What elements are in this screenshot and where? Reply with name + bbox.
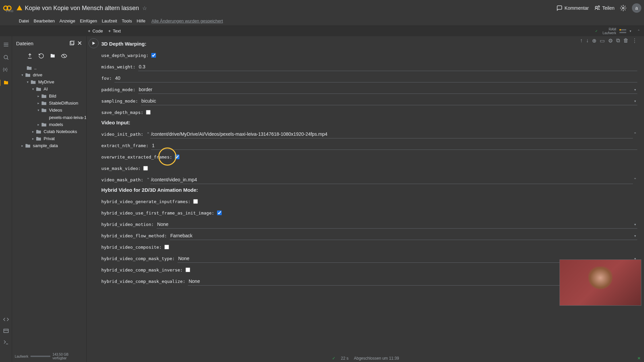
webcam-overlay [559,259,641,306]
move-up-icon[interactable]: ↑ [580,38,583,44]
mount-drive-icon[interactable] [50,53,56,59]
app-header: Kopie von Kopie von Mensch altern lassen… [0,0,644,16]
input-fov[interactable] [114,74,637,82]
delete-cell-icon[interactable]: 🗑 [623,38,629,44]
hide-icon[interactable] [61,53,67,59]
refresh-icon[interactable] [38,53,44,59]
input-midas-weight[interactable] [138,63,637,71]
avatar[interactable]: a [632,3,641,13]
tree-item[interactable]: ▸Privat [12,135,86,142]
upload-icon[interactable] [27,53,33,59]
command-palette-icon[interactable] [3,328,9,334]
select-hybrid-motion[interactable]: None [157,220,637,229]
move-down-icon[interactable]: ↓ [586,38,589,44]
comment-button[interactable]: Kommentar [556,5,589,11]
tree-item[interactable]: ▾AI [12,85,86,93]
svg-rect-14 [4,329,8,333]
menu-bearbeiten[interactable]: Bearbeiten [34,18,55,23]
comment-cell-icon[interactable]: ▭ [600,38,605,44]
run-cell-button[interactable] [89,38,99,48]
menu-tools[interactable]: Tools [122,18,132,23]
svg-point-5 [623,7,624,9]
tree-item[interactable]: ▾MyDrive [12,78,86,85]
share-button[interactable]: Teilen [594,5,614,11]
svg-point-3 [595,6,597,8]
label-extract-nth-frame: extract_nth_frame: [101,143,151,148]
checkbox-save-depth-maps[interactable] [146,110,151,115]
checkbox-use-mask-video[interactable] [143,166,148,171]
menu-hilfe[interactable]: Hilfe [137,18,145,23]
add-code-button[interactable]: + Code [88,28,103,34]
mirror-cell-icon[interactable]: ⧉ [616,38,620,44]
file-tree: .. ▾drive ▾MyDrive ▾AI ▸Bild ▸StableDiff… [12,63,86,351]
tree-item[interactable]: ▸models [12,121,86,128]
tree-item[interactable]: ▾drive [12,71,86,78]
select-hybrid-flow[interactable]: Farneback [170,232,637,240]
disk-usage: Laufwerk 143.50 GB verfügbar [12,351,86,362]
document-title[interactable]: Kopie von Kopie von Mensch altern lassen [25,5,139,12]
ram-indicator[interactable]: RAM Laufwerk [602,27,616,35]
status-check-icon: ✓ [332,356,335,361]
left-rail: {x} [0,36,12,362]
files-sidebar: Dateien ✕ .. ▾drive ▾MyDrive ▾AI ▸Bild ▸… [12,36,87,362]
collapse-icon[interactable]: ⌃ [637,29,640,33]
checkbox-hybrid-mask-inverse[interactable] [185,267,190,272]
menu-einfuegen[interactable]: Einfügen [80,18,97,23]
tree-item[interactable]: ▸Bild [12,93,86,100]
tree-item[interactable]: ▸Colab Notebooks [12,128,86,135]
checkbox-overwrite-extracted-frames[interactable] [175,155,179,159]
tree-item[interactable]: ▸StableDiffusion [12,100,86,107]
svg-marker-19 [93,42,95,45]
label-padding-mode: padding_mode: [101,87,138,92]
link-cell-icon[interactable]: ⊕ [592,38,596,44]
star-icon[interactable]: ☆ [142,5,147,11]
dropdown-icon[interactable]: ▾ [630,29,631,33]
menu-datei[interactable]: Datei [19,18,29,23]
cell-toolbar: ↑ ↓ ⊕ ▭ ⚙ ⧉ 🗑 ⋮ [580,38,637,44]
label-fov: fov: [101,76,114,81]
tree-item[interactable]: ▾Videos [12,107,86,114]
checkbox-use-depth-warping[interactable] [151,53,156,58]
checkbox-hybrid-first-frame[interactable] [217,210,222,215]
terminal-icon[interactable] [3,339,9,345]
add-text-button[interactable]: + Text [108,28,121,34]
input-video-mask-path[interactable] [150,176,633,184]
save-status[interactable]: Alle Änderungen wurden gespeichert [151,18,223,23]
checkbox-hybrid-generate[interactable] [193,199,198,204]
input-video-init-path[interactable] [150,130,633,138]
menu-anzeige[interactable]: Anzeige [59,18,75,23]
tree-item[interactable]: pexels-maxi-leiva-1314... [12,114,86,121]
checkbox-hybrid-composite[interactable] [164,245,169,249]
status-time: 22 s [341,356,348,361]
code-snippet-icon[interactable] [3,316,9,322]
more-cell-icon[interactable]: ⋮ [632,38,637,44]
files-icon[interactable] [3,80,9,86]
label-hybrid-first-frame: hybrid_video_use_first_frame_as_init_ima… [101,210,217,216]
select-sampling-mode[interactable]: bicubic [141,97,637,105]
label-save-depth-maps: save_depth_maps: [101,110,146,115]
status-close-icon[interactable]: ✕ [637,356,641,361]
variables-icon[interactable]: {x} [3,67,9,73]
label-use-mask-video: use_mask_video: [101,166,143,171]
new-tab-icon[interactable] [69,41,74,46]
svg-point-4 [598,6,600,7]
resource-bars-icon [620,28,626,35]
status-bar: ✓ 22 s Abgeschlossen um 11:39 ✕ [87,355,644,362]
select-padding-mode[interactable]: border [138,85,637,94]
tree-item[interactable]: .. [12,64,86,71]
search-icon[interactable] [3,54,9,60]
label-hybrid-mask-inverse: hybrid_video_comp_mask_inverse: [101,267,185,273]
settings-cell-icon[interactable]: ⚙ [608,38,613,44]
gear-icon[interactable] [620,5,627,11]
svg-line-13 [7,58,8,60]
menu-laufzeit[interactable]: Laufzeit [102,18,117,23]
menu-icon[interactable] [3,42,9,48]
drive-doc-icon [16,5,23,11]
label-hybrid-mask-type: hybrid_video_comp_mask_type: [101,256,177,261]
input-extract-nth-frame[interactable] [151,141,637,150]
section-depth-warping: 3D Depth Warping: [101,41,637,47]
close-sidebar-icon[interactable]: ✕ [77,40,82,47]
status-completed: Abgeschlossen um 11:39 [354,356,399,361]
tree-item[interactable]: ▸sample_data [12,142,86,149]
svg-rect-18 [71,41,74,44]
